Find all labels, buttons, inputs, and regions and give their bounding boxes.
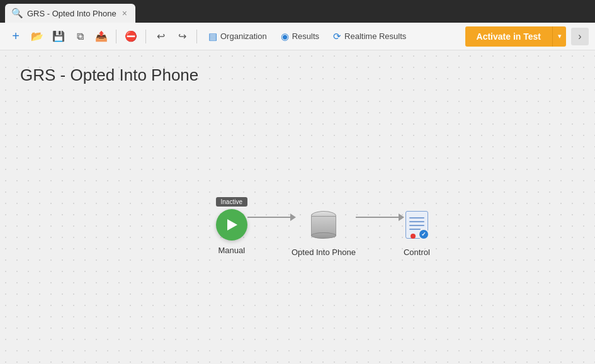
db-bottom bbox=[311, 232, 336, 239]
save-button[interactable]: 💾 bbox=[49, 27, 68, 46]
export-button[interactable]: 📤 bbox=[92, 27, 111, 46]
results-button[interactable]: ◉ Results bbox=[275, 28, 326, 45]
open-button[interactable]: 📂 bbox=[28, 27, 47, 46]
realtime-results-icon: ⟳ bbox=[333, 31, 341, 42]
checkmark-icon: ✓ bbox=[421, 231, 426, 237]
play-triangle-icon bbox=[227, 219, 237, 230]
control-label: Control bbox=[404, 247, 430, 257]
organization-label: Organization bbox=[220, 31, 267, 41]
tab-icon: 🔍 bbox=[11, 8, 23, 19]
realtime-results-label: Realtime Results bbox=[344, 31, 406, 41]
divider-1 bbox=[116, 30, 116, 43]
doc-line-2 bbox=[409, 221, 424, 222]
control-check-badge: ✓ bbox=[418, 229, 429, 240]
toolbar: + 📂 💾 ⧉ 📤 ⛔ ↩ ↪ ▤ Organization ◉ Results… bbox=[0, 23, 595, 50]
activate-group: Activate in Test ▾ bbox=[465, 26, 566, 47]
toolbar-end-button[interactable]: › bbox=[571, 28, 589, 45]
connector-1 bbox=[247, 217, 292, 218]
results-label: Results bbox=[292, 31, 319, 41]
connector-line-2 bbox=[356, 217, 400, 218]
manual-label: Manual bbox=[218, 246, 245, 255]
manual-play-node[interactable] bbox=[216, 209, 247, 241]
inactive-badge: Inactive bbox=[216, 197, 247, 207]
tab-close-button[interactable]: × bbox=[120, 7, 129, 20]
opted-into-phone-label: Opted Into Phone bbox=[292, 247, 356, 257]
database-node[interactable] bbox=[307, 208, 341, 242]
add-button[interactable]: + bbox=[6, 27, 25, 46]
control-node[interactable]: ✓ bbox=[400, 208, 434, 242]
main-canvas: GRS - Opted Into Phone Inactive Manual bbox=[0, 50, 595, 364]
stop-button[interactable]: ⛔ bbox=[122, 27, 140, 46]
nav-group: ▤ Organization ◉ Results ⟳ Realtime Resu… bbox=[202, 28, 412, 45]
divider-3 bbox=[196, 30, 197, 43]
undo-button[interactable]: ↩ bbox=[151, 27, 170, 46]
connector-2 bbox=[356, 217, 400, 218]
redo-button[interactable]: ↪ bbox=[173, 27, 191, 46]
copy-button[interactable]: ⧉ bbox=[71, 27, 89, 46]
results-icon: ◉ bbox=[281, 31, 289, 42]
tab-grs-opted-into-phone[interactable]: 🔍 GRS - Opted Into Phone × bbox=[5, 4, 135, 23]
connector-line-1 bbox=[247, 217, 292, 218]
control-node-wrapper: ✓ Control bbox=[400, 195, 434, 257]
activate-test-button[interactable]: Activate in Test bbox=[465, 26, 552, 47]
page-title: GRS - Opted Into Phone bbox=[20, 65, 198, 85]
workflow-canvas: Inactive Manual Opted Into Phone bbox=[216, 195, 434, 257]
tab-bar: 🔍 GRS - Opted Into Phone × bbox=[0, 0, 595, 23]
tab-label: GRS - Opted Into Phone bbox=[27, 9, 116, 18]
control-icon: ✓ bbox=[404, 211, 429, 240]
organization-button[interactable]: ▤ Organization bbox=[202, 28, 273, 45]
organization-icon: ▤ bbox=[208, 31, 217, 42]
divider-2 bbox=[145, 30, 146, 43]
activate-dropdown-button[interactable]: ▾ bbox=[552, 26, 566, 47]
opted-into-phone-node-wrapper: Opted Into Phone bbox=[292, 195, 356, 257]
database-icon bbox=[311, 211, 336, 240]
manual-node-wrapper: Inactive Manual bbox=[216, 197, 247, 255]
doc-line-3 bbox=[409, 225, 424, 226]
realtime-results-button[interactable]: ⟳ Realtime Results bbox=[327, 28, 412, 45]
doc-line-1 bbox=[409, 217, 424, 219]
